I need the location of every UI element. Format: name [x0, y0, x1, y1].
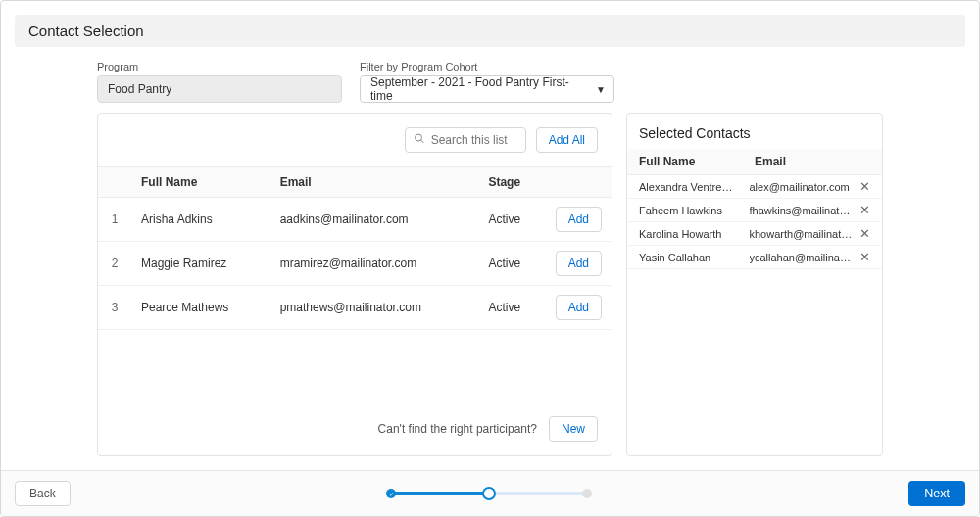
table-row: 3 Pearce Mathews pmathews@mailinator.com… — [98, 286, 612, 330]
col-stage: Stage — [478, 167, 545, 198]
progress-indicator — [71, 492, 909, 495]
selected-row: Karolina Howarth khowarth@mailinator.c… … — [627, 222, 882, 246]
row-stage: Active — [478, 198, 545, 242]
page-title: Contact Selection — [15, 15, 965, 47]
next-button[interactable]: Next — [908, 481, 965, 506]
cohort-value: September - 2021 - Food Pantry First-tim… — [370, 75, 586, 103]
selected-name: Yasin Callahan — [639, 252, 750, 263]
table-row: 1 Arisha Adkins aadkins@mailinator.com A… — [98, 198, 612, 242]
row-email: pmathews@mailinator.com — [270, 286, 479, 330]
back-button[interactable]: Back — [15, 481, 71, 506]
add-button[interactable]: Add — [556, 207, 602, 232]
col-action — [546, 167, 612, 198]
selected-row: Alexandra Ventre… alex@mailinator.com ✕ — [627, 175, 882, 199]
selected-email: alex@mailinator.com — [750, 181, 860, 193]
add-button[interactable]: Add — [556, 251, 602, 276]
selected-contacts-panel: Selected Contacts Full Name Email Alexan… — [626, 113, 883, 456]
row-stage: Active — [478, 242, 545, 286]
program-field: Food Pantry — [97, 75, 342, 103]
cohort-label: Filter by Program Cohort — [360, 61, 614, 72]
footer-prompt: Can't find the right participant? — [378, 422, 537, 436]
wizard-footer: Back Next — [1, 470, 979, 516]
selected-name: Faheem Hawkins — [639, 205, 750, 216]
col-email: Email — [270, 167, 479, 198]
svg-line-1 — [420, 140, 423, 143]
selected-col-email: Email — [755, 155, 870, 168]
col-index — [98, 167, 131, 198]
cohort-select[interactable]: September - 2021 - Food Pantry First-tim… — [360, 75, 614, 103]
row-name: Arisha Adkins — [131, 198, 270, 242]
row-name: Maggie Ramirez — [131, 242, 270, 286]
remove-icon[interactable]: ✕ — [859, 180, 870, 193]
table-row: 2 Maggie Ramirez mramirez@mailinator.com… — [98, 242, 612, 286]
new-button[interactable]: New — [549, 416, 598, 442]
search-icon — [414, 133, 425, 148]
selected-row: Yasin Callahan ycallahan@mailinator.c… ✕ — [627, 246, 882, 269]
selected-row: Faheem Hawkins fhawkins@mailinator.com ✕ — [627, 199, 882, 222]
add-all-button[interactable]: Add All — [536, 127, 598, 153]
row-email: mramirez@mailinator.com — [270, 242, 479, 286]
selected-email: ycallahan@mailinator.c… — [750, 252, 860, 263]
contacts-table: Full Name Email Stage 1 Arisha Adkins aa… — [98, 166, 612, 330]
step-3-icon — [582, 489, 592, 498]
selected-title: Selected Contacts — [627, 114, 882, 149]
remove-icon[interactable]: ✕ — [859, 227, 870, 240]
row-name: Pearce Mathews — [131, 286, 270, 330]
selected-email: khowarth@mailinator.c… — [750, 228, 860, 240]
col-fullname: Full Name — [131, 167, 270, 198]
remove-icon[interactable]: ✕ — [859, 251, 870, 263]
program-label: Program — [97, 61, 342, 72]
search-input-field[interactable] — [431, 133, 517, 147]
selected-col-name: Full Name — [639, 155, 755, 168]
add-button[interactable]: Add — [556, 295, 602, 320]
search-input[interactable] — [405, 127, 526, 153]
row-email: aadkins@mailinator.com — [270, 198, 479, 242]
selected-name: Alexandra Ventre… — [639, 181, 750, 193]
program-value: Food Pantry — [108, 82, 172, 96]
selected-name: Karolina Howarth — [639, 228, 750, 240]
step-1-icon — [386, 489, 396, 498]
selected-email: fhawkins@mailinator.com — [750, 205, 860, 216]
row-index: 1 — [98, 198, 131, 242]
svg-point-0 — [415, 134, 421, 141]
step-2-icon — [482, 487, 496, 500]
remove-icon[interactable]: ✕ — [859, 204, 870, 216]
row-stage: Active — [478, 286, 545, 330]
caret-down-icon: ▼ — [596, 84, 606, 95]
row-index: 3 — [98, 286, 131, 330]
row-index: 2 — [98, 242, 131, 286]
contacts-list-panel: Add All Full Name Email Stage 1 Arisha — [97, 113, 612, 456]
